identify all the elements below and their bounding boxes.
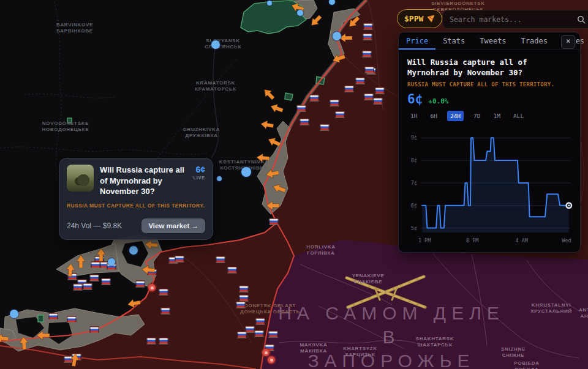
search-icon[interactable] <box>577 15 586 24</box>
city-market-marker[interactable] <box>241 167 251 177</box>
map-label-khartsyzk: KHARTSYZKХАРЦИЗЬК <box>343 346 377 358</box>
x-axis-tick-label: 4 AM <box>515 237 527 244</box>
map-label-pobieda: POBIEDAПОБЄДА <box>514 360 539 369</box>
russian-flag-icon <box>363 34 372 40</box>
map-label-donetsk-oblast: DONETSK OBLASTДОНЕЦЬКА ОБЛАСТЬ <box>240 303 300 315</box>
map-label-yenakieve: YENAKIEVEЄНАКІЄВЕ <box>352 273 385 285</box>
range-6h[interactable]: 6H <box>427 111 440 121</box>
search-input[interactable] <box>448 15 577 24</box>
map-label-antratsyt: ANTRATSYTАНТРАЦИТ <box>579 307 588 319</box>
price-chart[interactable]: 9¢8¢7¢6¢5¢1 PM8 PM4 AMWed <box>401 124 578 250</box>
ticker-pill[interactable]: $PPW <box>397 9 442 28</box>
map-label-shakhtarsk: SHAKHTARSKШАХТАРСЬК <box>416 336 454 348</box>
attack-arrow-icon <box>36 328 50 340</box>
pizza-icon <box>427 15 435 23</box>
range-all[interactable]: ALL <box>510 111 527 121</box>
strike-marker[interactable] <box>262 349 270 356</box>
attack-arrow-icon <box>266 198 279 211</box>
russian-flag-icon <box>175 256 184 263</box>
russian-flag-icon <box>356 78 365 84</box>
range-1m[interactable]: 1M <box>491 111 503 121</box>
russian-flag-icon <box>345 86 354 92</box>
russian-flag-icon <box>374 98 383 105</box>
city-market-marker[interactable] <box>211 40 220 49</box>
map-label-barvinkove: BARVINKOVEБАРВІНКОВЕ <box>56 22 93 34</box>
russian-flag-icon <box>238 332 247 338</box>
range-24h[interactable]: 24H <box>447 111 464 121</box>
tab-price[interactable]: Price <box>399 32 435 50</box>
russian-flag-icon <box>239 286 249 293</box>
russian-flag-icon <box>136 281 145 288</box>
range-7d[interactable]: 7D <box>470 111 483 121</box>
close-panel-button[interactable]: × <box>561 35 575 49</box>
view-market-button[interactable]: View market → <box>141 218 205 233</box>
market-popup-card[interactable]: Will Russia capture all of Myrnohrad by … <box>59 158 213 240</box>
russian-flag-icon <box>228 267 237 274</box>
attack-arrow-icon <box>259 116 274 131</box>
attack-arrow-icon <box>264 165 279 180</box>
russian-flag-icon <box>67 316 77 323</box>
x-axis-tick-label: 1 PM <box>418 237 431 244</box>
map-label-makiivka: MAKIIVKAМАКІЇВКА <box>300 342 327 354</box>
panel-market-title: Will Russia capture all of Myrnohrad by … <box>407 57 571 78</box>
x-axis-tick-label: Wed <box>562 237 571 244</box>
attack-arrow-icon <box>126 295 141 310</box>
russian-flag-icon <box>336 111 345 118</box>
city-market-marker[interactable] <box>129 246 138 255</box>
current-price: 6¢ <box>407 92 423 106</box>
russian-flag-icon <box>239 295 249 302</box>
city-market-marker[interactable] <box>217 176 222 181</box>
map-watermark: НА САМОМ ДЕЛЕ В ЗАПОРОЖЬЕ <box>274 301 508 369</box>
card-volume: 24h Vol — $9.8K <box>67 222 122 230</box>
card-header: Will Russia capture all of Myrnohrad by … <box>67 165 205 197</box>
russian-flag-icon <box>269 331 278 338</box>
map-label-slovyansk: SLOVYANSKСЛОВ'ЯНСЬК <box>205 38 241 50</box>
russian-flag-icon <box>147 338 156 345</box>
city-market-marker[interactable] <box>297 10 303 16</box>
russian-flag-icon <box>320 124 330 131</box>
city-market-marker[interactable] <box>267 1 272 6</box>
russian-flag-icon <box>90 275 99 281</box>
russian-flag-icon <box>364 23 373 30</box>
city-market-marker[interactable] <box>333 32 341 40</box>
attack-arrow-icon <box>141 262 156 275</box>
tank-photo-thumbnail <box>67 165 94 192</box>
strike-marker[interactable] <box>268 356 275 363</box>
map-label-novodonetske: NOVODONETSKEНОВОДОНЕЦЬКЕ <box>42 121 89 133</box>
live-badge: LIVE <box>193 176 205 180</box>
y-axis-tick-label: 6¢ <box>411 203 417 209</box>
russian-flag-icon <box>236 302 246 308</box>
y-axis-tick-label: 7¢ <box>411 180 417 186</box>
russian-flag-icon <box>364 94 374 100</box>
price-row: 6¢ +0.0% <box>407 92 571 106</box>
attack-arrow-icon <box>96 248 108 261</box>
y-axis-tick-label: 5¢ <box>411 225 417 231</box>
russian-flag-icon <box>300 119 309 125</box>
x-axis-tick-label: 8 PM <box>466 237 478 244</box>
russian-flag-icon <box>91 262 100 269</box>
search-bar[interactable] <box>442 10 588 29</box>
tab-stats[interactable]: Stats <box>435 32 472 50</box>
strike-marker[interactable] <box>148 284 156 291</box>
tab-trades[interactable]: Trades <box>514 32 555 50</box>
russian-flag-icon <box>102 278 111 285</box>
tab-tweets[interactable]: Tweets <box>472 32 513 50</box>
range-1h[interactable]: 1H <box>407 111 420 121</box>
attack-arrow-icon <box>255 150 270 163</box>
last-price-marker-core <box>568 204 570 206</box>
map-label-horlivka: HORLIVKAГОРЛІВКА <box>306 244 335 256</box>
city-market-marker[interactable] <box>108 258 115 266</box>
market-detail-panel: PriceStatsTweetsTradesRules× Will Russia… <box>398 32 581 253</box>
attack-arrow-icon <box>18 335 32 350</box>
russian-flag-icon <box>159 338 168 345</box>
map-label-snizhne: SNIZHNEСНІЖНЕ <box>501 346 526 359</box>
map-label-kramatorsk: KRAMATORSKКРАМАТОРСЬК <box>195 80 236 92</box>
russian-flag-icon <box>255 330 264 337</box>
russian-flag-icon <box>297 105 306 112</box>
russian-flag-icon <box>216 256 225 263</box>
city-market-marker[interactable] <box>10 310 18 318</box>
russian-flag-icon <box>310 95 319 102</box>
russian-flag-icon <box>74 284 83 291</box>
ticker-label: $PPW <box>404 14 423 23</box>
card-market-title: Will Russia capture all of Myrnohrad by … <box>100 165 187 197</box>
